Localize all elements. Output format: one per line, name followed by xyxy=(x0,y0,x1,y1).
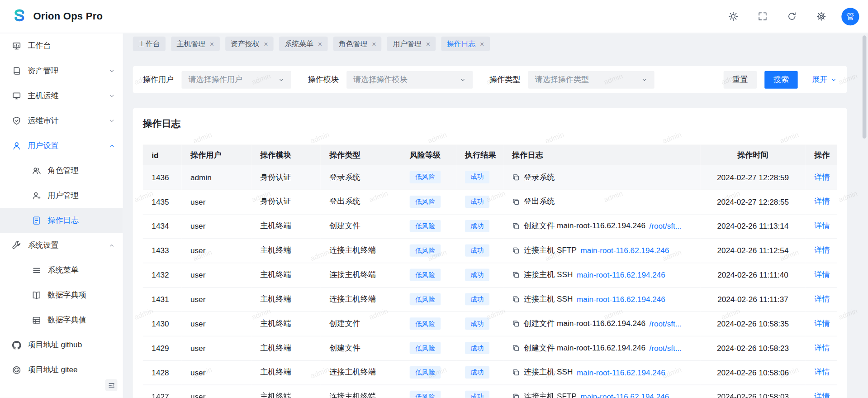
column-header: 操作类型 xyxy=(321,144,401,165)
log-link[interactable]: main-root-116.62.194.246 xyxy=(580,246,669,255)
close-icon[interactable]: × xyxy=(426,40,430,48)
sidebar-item-project-github[interactable]: 项目地址 github xyxy=(0,332,123,357)
result-cell: 成功 xyxy=(456,238,503,263)
detail-link[interactable]: 详情 xyxy=(814,197,830,206)
tab-system-menu[interactable]: 系统菜单× xyxy=(279,37,327,51)
detail-link[interactable]: 详情 xyxy=(814,367,830,376)
detail-link[interactable]: 详情 xyxy=(814,270,830,279)
copy-icon[interactable] xyxy=(512,222,520,230)
copy-icon[interactable] xyxy=(512,198,520,206)
tab-host-management[interactable]: 主机管理× xyxy=(171,37,219,51)
risk-badge: 低风险 xyxy=(410,390,441,398)
sidebar-item-system-settings[interactable]: 系统设置 xyxy=(0,233,123,258)
op-module-select[interactable]: 请选择操作模块 xyxy=(346,71,473,88)
app-window: Orion Ops Pro 管 工作台资产管理主机运维运维审计用户设置角色管理用… xyxy=(0,0,868,398)
result-badge: 成功 xyxy=(465,390,489,398)
sidebar-item-user-management[interactable]: 用户管理 xyxy=(0,183,123,208)
sidebar-item-ops-audit[interactable]: 运维审计 xyxy=(0,108,123,133)
op-user-select[interactable]: 请选择操作用户 xyxy=(181,71,291,88)
id-cell: 1431 xyxy=(143,287,182,312)
settings-button[interactable] xyxy=(816,12,826,21)
detail-link[interactable]: 详情 xyxy=(814,172,830,181)
log-link[interactable]: main-root-116.62.194.246 xyxy=(577,295,665,304)
tab-workbench[interactable]: 工作台 xyxy=(133,37,166,51)
sidebar-collapse-button[interactable] xyxy=(105,379,118,392)
chevron-down-icon xyxy=(109,67,115,74)
risk-badge: 低风险 xyxy=(410,342,441,355)
sidebar-item-dict-value[interactable]: 数据字典值 xyxy=(0,307,123,332)
detail-link[interactable]: 详情 xyxy=(814,392,830,398)
close-icon[interactable]: × xyxy=(372,40,376,48)
log-link[interactable]: /root/sft... xyxy=(650,344,682,353)
detail-link[interactable]: 详情 xyxy=(814,245,830,254)
refresh-button[interactable] xyxy=(787,12,797,21)
copy-icon[interactable] xyxy=(512,247,520,254)
tab-operation-log[interactable]: 操作日志× xyxy=(441,37,489,51)
sidebar-item-system-menu[interactable]: 系统菜单 xyxy=(0,258,123,283)
result-cell: 成功 xyxy=(456,190,503,214)
log-text: 登出系统 xyxy=(524,197,555,206)
log-link[interactable]: main-root-116.62.194.246 xyxy=(580,393,669,398)
sidebar-item-label: 数据字典项 xyxy=(47,290,115,300)
close-icon[interactable]: × xyxy=(480,40,484,48)
sidebar-item-asset-management[interactable]: 资产管理 xyxy=(0,58,123,83)
close-icon[interactable]: × xyxy=(264,40,268,48)
sidebar-item-project-gitee[interactable]: 项目地址 gitee xyxy=(0,357,123,382)
result-badge: 成功 xyxy=(465,220,489,232)
app-title: Orion Ops Pro xyxy=(33,10,103,22)
expand-toggle[interactable]: 展开 xyxy=(812,75,837,85)
action-cell: 详情 xyxy=(806,312,837,336)
table-row: 1430user主机终端创建文件低风险成功创建文件 main-root-116.… xyxy=(143,312,837,336)
theme-toggle-button[interactable] xyxy=(729,12,738,21)
copy-icon[interactable] xyxy=(512,320,520,327)
app-logo[interactable]: Orion Ops Pro xyxy=(11,8,103,25)
filter-bar: 操作用户请选择操作用户操作模块请选择操作模块操作类型请选择操作类型 重置 搜索 … xyxy=(133,66,847,93)
filter-label: 操作类型 xyxy=(489,75,521,85)
search-button[interactable]: 搜索 xyxy=(764,71,797,88)
detail-link[interactable]: 详情 xyxy=(814,294,830,303)
column-header: 操作用户 xyxy=(181,144,251,165)
user-avatar[interactable]: 管 xyxy=(841,8,859,25)
close-icon[interactable]: × xyxy=(318,40,322,48)
tab-role-management[interactable]: 角色管理× xyxy=(333,37,382,51)
sidebar-item-host-ops[interactable]: 主机运维 xyxy=(0,83,123,108)
tab-asset-grant[interactable]: 资产授权× xyxy=(225,37,274,51)
sidebar-item-label: 资产管理 xyxy=(28,66,109,76)
copy-icon[interactable] xyxy=(512,344,520,352)
action-cell: 详情 xyxy=(806,384,837,398)
tab-label: 主机管理 xyxy=(176,39,205,49)
detail-link[interactable]: 详情 xyxy=(814,319,830,328)
detail-link[interactable]: 详情 xyxy=(814,221,830,230)
sidebar-item-label: 系统设置 xyxy=(28,240,109,250)
result-badge: 成功 xyxy=(465,293,489,306)
tab-label: 资产授权 xyxy=(231,39,260,49)
sidebar-item-role-management[interactable]: 角色管理 xyxy=(0,158,123,183)
copy-icon[interactable] xyxy=(512,271,520,278)
risk-cell: 低风险 xyxy=(401,214,456,238)
sidebar-item-operation-log[interactable]: 操作日志 xyxy=(0,208,123,233)
sidebar-item-workbench[interactable]: 工作台 xyxy=(0,33,123,58)
log-link[interactable]: main-root-116.62.194.246 xyxy=(577,368,665,377)
log-link[interactable]: /root/sft... xyxy=(650,222,682,231)
user-cell: user xyxy=(181,263,251,287)
sidebar-item-dict-item[interactable]: 数据字典项 xyxy=(0,283,123,307)
log-link[interactable]: main-root-116.62.194.246 xyxy=(577,270,665,279)
tab-bar: 工作台主机管理×资产授权×系统菜单×角色管理×用户管理×操作日志× xyxy=(133,37,490,51)
reset-button[interactable]: 重置 xyxy=(724,71,757,88)
detail-link[interactable]: 详情 xyxy=(814,343,830,352)
op-type-select[interactable]: 请选择操作类型 xyxy=(528,71,655,88)
fullscreen-button[interactable] xyxy=(758,12,768,21)
log-link[interactable]: /root/sft... xyxy=(650,319,682,328)
copy-icon[interactable] xyxy=(512,173,520,181)
copy-icon[interactable] xyxy=(512,369,520,376)
close-icon[interactable]: × xyxy=(210,40,214,48)
sidebar-item-user-settings[interactable]: 用户设置 xyxy=(0,133,123,158)
scrollbar[interactable] xyxy=(863,35,867,139)
copy-icon[interactable] xyxy=(512,393,520,398)
table-row: 1436admin身份认证登录系统低风险成功登录系统2024-02-27 12:… xyxy=(143,165,837,190)
filter-label: 操作用户 xyxy=(143,75,174,85)
tab-user-management[interactable]: 用户管理× xyxy=(387,37,436,51)
log-cell: 创建文件 main-root-116.62.194.246/root/sft..… xyxy=(503,312,701,336)
type-cell: 连接主机终端 xyxy=(321,263,401,287)
copy-icon[interactable] xyxy=(512,295,520,303)
